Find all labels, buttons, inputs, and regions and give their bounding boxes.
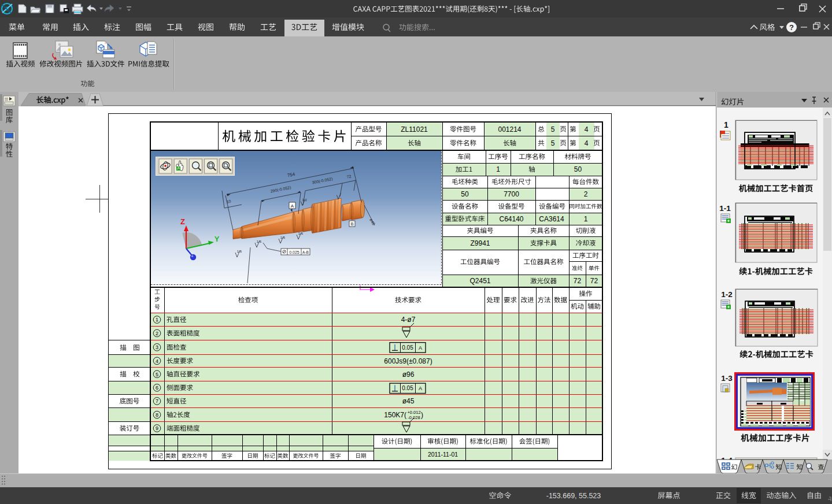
svg-text:600Js9(±0.087): 600Js9(±0.087) xyxy=(384,357,432,365)
svg-text:CA3614: CA3614 xyxy=(539,215,564,223)
svg-text:A: A xyxy=(291,203,294,209)
svg-text:Q2451: Q2451 xyxy=(469,277,490,285)
svg-text:ø96: ø96 xyxy=(402,370,415,379)
svg-text:-153.669, 55.523: -153.669, 55.523 xyxy=(546,492,601,500)
svg-text:1-1: 1-1 xyxy=(719,204,731,213)
svg-text:5: 5 xyxy=(551,125,555,134)
svg-text:-0.028: -0.028 xyxy=(408,415,420,420)
svg-text:1-2: 1-2 xyxy=(721,290,733,299)
svg-text:50: 50 xyxy=(574,165,582,173)
svg-text:0.025: 0.025 xyxy=(289,250,299,254)
svg-text:A: A xyxy=(419,345,422,351)
svg-text:5: 5 xyxy=(551,139,555,147)
svg-text:4: 4 xyxy=(585,139,589,147)
svg-text:2: 2 xyxy=(584,190,588,198)
svg-text:7700: 7700 xyxy=(504,190,519,198)
svg-text:1: 1 xyxy=(724,120,729,129)
svg-text:3: 3 xyxy=(156,344,158,350)
svg-text:9: 9 xyxy=(156,425,158,431)
svg-text:C64140: C64140 xyxy=(499,215,523,223)
svg-text:6: 6 xyxy=(156,385,158,391)
svg-text:ZL11021: ZL11021 xyxy=(401,125,428,134)
svg-text:Z: Z xyxy=(180,217,185,226)
svg-text:001214: 001214 xyxy=(498,125,521,134)
svg-text:2: 2 xyxy=(156,331,158,336)
svg-text:1: 1 xyxy=(584,215,588,223)
svg-text:3.2: 3.2 xyxy=(302,198,307,202)
svg-text:150K7(: 150K7( xyxy=(384,411,406,419)
svg-text:1: 1 xyxy=(496,165,500,173)
svg-text:72: 72 xyxy=(590,277,598,285)
svg-text:4: 4 xyxy=(585,125,589,134)
svg-text:4-ø7: 4-ø7 xyxy=(401,316,416,324)
svg-text:Z9941: Z9941 xyxy=(470,239,490,247)
svg-text:1.6: 1.6 xyxy=(257,240,262,243)
svg-text:A-B: A-B xyxy=(302,250,309,254)
svg-text:50: 50 xyxy=(461,190,469,198)
svg-text:0.05: 0.05 xyxy=(402,344,413,351)
svg-text:1.6: 1.6 xyxy=(237,250,242,253)
svg-text:Y: Y xyxy=(215,235,220,243)
svg-text:1-3: 1-3 xyxy=(721,374,733,383)
svg-text:1.6: 1.6 xyxy=(298,232,304,235)
svg-text:8: 8 xyxy=(156,412,158,418)
svg-text:2011-11-01: 2011-11-01 xyxy=(428,451,458,458)
svg-text:72: 72 xyxy=(574,277,582,285)
svg-text:4: 4 xyxy=(156,358,158,364)
svg-text:ø45: ø45 xyxy=(402,397,415,405)
svg-text:?: ? xyxy=(789,23,794,32)
svg-text:7: 7 xyxy=(156,398,158,404)
svg-text:1: 1 xyxy=(156,317,158,323)
svg-text:): ) xyxy=(421,411,423,419)
svg-text:5: 5 xyxy=(156,372,158,377)
svg-text:A: A xyxy=(419,386,422,391)
svg-text:B: B xyxy=(350,221,353,227)
svg-text:1.6: 1.6 xyxy=(280,236,286,239)
svg-text:0.05: 0.05 xyxy=(402,385,413,391)
